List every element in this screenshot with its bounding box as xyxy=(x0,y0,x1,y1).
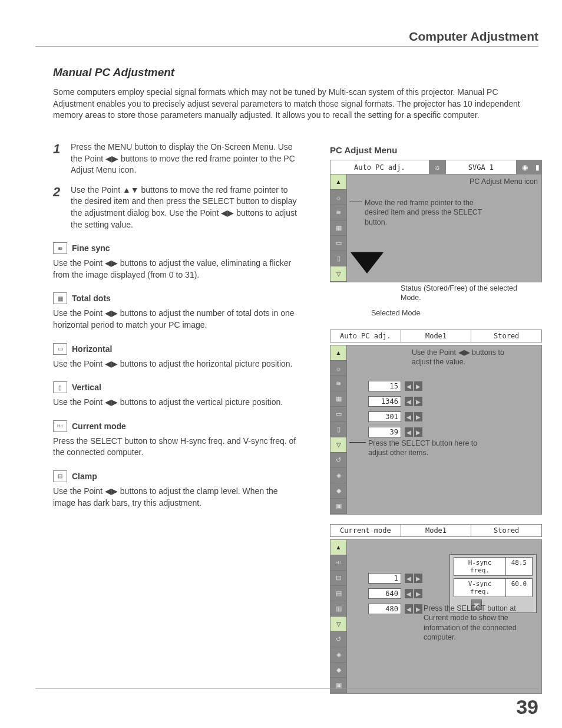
nav-icon: ◉ xyxy=(517,160,533,174)
vertical-icon: ▯ xyxy=(330,422,346,437)
right-arrow-icon: ▶ xyxy=(414,589,422,598)
left-arrow-icon: ◀ xyxy=(405,427,413,437)
anno-status: Status (Stored/Free) of the selected Mod… xyxy=(401,284,518,303)
item-title: Total dots xyxy=(72,294,111,303)
anno-pc-adjust-icon: PC Adjust Menu icon xyxy=(470,177,538,186)
right-arrow-icon: ▶ xyxy=(414,412,422,421)
adjust-arrows: ◀▶ xyxy=(405,412,422,421)
item-title: Current mode xyxy=(72,421,126,431)
left-arrow-icon: ◀ xyxy=(405,397,413,406)
fine-sync-icon: ≋ xyxy=(330,205,346,220)
adjust-arrows: ◀▶ xyxy=(405,397,422,406)
mode-free-icon: ◈ xyxy=(330,647,346,663)
left-right-arrows-icon: ◀▶ xyxy=(105,154,118,163)
item-body: Use the Point ◀▶ buttons to adjust the h… xyxy=(53,358,297,370)
leader-line xyxy=(349,442,366,443)
total-dots-icon: ▦ xyxy=(330,220,346,236)
anno-press-select: Press the SELECT button here to adjust o… xyxy=(368,439,492,458)
item-horizontal: ▭ Horizontal Use the Point ◀▶ buttons to… xyxy=(53,343,297,370)
panel-content: PC Adjust Menu icon Move the red frame p… xyxy=(347,174,541,282)
left-arrow-icon: ◀ xyxy=(405,412,413,421)
side-icon-column: ▲ ☼ ≋ ▦ ▭ ▯ ▽ xyxy=(330,174,347,282)
item-body: Press the SELECT button to show H-sync f… xyxy=(53,436,297,459)
up-down-arrows-icon: ▲▼ xyxy=(123,185,139,195)
item-total-dots: ▦ Total dots Use the Point ◀▶ buttons to… xyxy=(53,292,297,331)
item-clamp: ⊟ Clamp Use the Point ◀▶ buttons to adju… xyxy=(53,470,297,509)
adjust-arrows: ◀▶ xyxy=(405,427,422,437)
status-cell: Mode1 xyxy=(401,330,472,342)
display-area-v-icon: ▥ xyxy=(330,601,346,617)
horizontal-icon: ▭ xyxy=(330,236,346,251)
value-horizontal: 301 xyxy=(368,411,401,422)
item-title: Vertical xyxy=(72,383,101,392)
quit-icon: ▣ xyxy=(330,678,346,693)
panel-content: Use the Point ◀▶ buttons to adjust the v… xyxy=(347,345,541,514)
value-row: 1346 ◀▶ xyxy=(351,394,538,409)
value-vertical: 39 xyxy=(368,427,401,437)
status-cell: Mode1 xyxy=(401,525,472,536)
down-arrow-icon: ▽ xyxy=(330,617,346,632)
leader-line xyxy=(349,202,362,202)
status-bar-1: Auto PC adj. Mode1 Stored xyxy=(330,330,542,342)
display-area-h-icon: ▤ xyxy=(330,586,346,601)
left-right-arrows-icon: ◀▶ xyxy=(221,208,234,218)
left-arrow-icon: ◀ xyxy=(405,381,413,391)
right-arrow-icon: ▶ xyxy=(414,381,422,391)
header-title: Computer Adjustment xyxy=(409,29,538,44)
adjust-arrows: ◀▶ xyxy=(405,381,422,391)
right-arrow-icon: ▶ xyxy=(414,397,422,406)
left-column: 1 Press the MENU button to display the O… xyxy=(53,141,297,509)
up-arrow-icon: ▲ xyxy=(330,540,346,555)
fine-sync-icon: ≋ xyxy=(53,242,67,254)
item-current-mode: H↕ Current mode Press the SELECT button … xyxy=(53,420,297,459)
status-cell: Stored xyxy=(471,330,541,342)
status-cell: Current mode xyxy=(330,525,401,536)
step-number: 1 xyxy=(53,141,71,176)
reset-icon: ↺ xyxy=(330,453,346,468)
horizontal-icon: ▭ xyxy=(53,343,67,355)
section-title: Manual PC Adjustment xyxy=(53,66,174,79)
topbar-label: Auto PC adj. xyxy=(330,160,429,174)
vertical-icon: ▯ xyxy=(330,251,346,266)
item-body: Use the Point ◀▶ buttons to adjust the v… xyxy=(53,258,297,281)
vsync-label: V-sync freq. xyxy=(454,579,506,597)
anno-use-point: Use the Point ◀▶ buttons to adjust the v… xyxy=(412,348,512,367)
clamp-icon: ⊟ xyxy=(53,470,67,482)
adjust-arrows: ◀▶ xyxy=(405,574,422,583)
vertical-icon: ▯ xyxy=(53,381,67,393)
svga-label: SVGA 1 xyxy=(446,160,517,174)
value-row: 39 ◀▶ xyxy=(351,424,538,440)
value-display-v: 480 xyxy=(368,604,401,614)
item-title: Fine sync xyxy=(72,243,110,253)
menu-topbar: Auto PC adj. ☼ SVGA 1 ◉ ▮ xyxy=(330,160,541,174)
page-number: 39 xyxy=(516,696,538,719)
store-icon: ◆ xyxy=(330,663,346,678)
pc-adjust-menu-title: PC Adjust Menu xyxy=(330,145,542,155)
value-row: 15 ◀▶ xyxy=(351,378,538,394)
step-text: Use the Point ▲▼ buttons to move the red… xyxy=(71,185,297,230)
panel-content: H-sync freq.48.5 V-sync freq.60.0 ▣ 1 ◀▶… xyxy=(347,540,541,693)
store-icon: ◆ xyxy=(330,483,346,499)
down-arrow-icon: ▽ xyxy=(330,437,346,453)
adjust-arrows: ◀▶ xyxy=(405,604,422,614)
item-vertical: ▯ Vertical Use the Point ◀▶ buttons to a… xyxy=(53,381,297,409)
left-arrow-icon: ◀ xyxy=(405,604,413,614)
current-mode-icon: H↕ xyxy=(53,420,67,432)
anno-current-mode: Press the SELECT button at Current mode … xyxy=(424,604,530,642)
clamp-icon: ⊟ xyxy=(330,571,346,586)
header-divider xyxy=(35,46,538,47)
quit-icon: ▣ xyxy=(330,499,346,514)
value-clamp: 1 xyxy=(368,573,401,584)
step-1: 1 Press the MENU button to display the O… xyxy=(53,141,297,176)
total-dots-icon: ▦ xyxy=(330,391,346,407)
up-arrow-icon: ▲ xyxy=(330,345,346,361)
left-arrow-icon: ◀ xyxy=(405,574,413,583)
fine-sync-icon: ≋ xyxy=(330,376,346,391)
item-fine-sync: ≋ Fine sync Use the Point ◀▶ buttons to … xyxy=(53,242,297,281)
status-cell: Auto PC adj. xyxy=(330,330,401,342)
vsync-value: 60.0 xyxy=(506,579,532,597)
hsync-value: 48.5 xyxy=(506,558,532,575)
item-body: Use the Point ◀▶ buttons to adjust the c… xyxy=(53,486,297,509)
anno-move-frame: Move the red frame pointer to the desire… xyxy=(365,198,482,227)
right-arrow-icon: ▶ xyxy=(414,604,422,614)
